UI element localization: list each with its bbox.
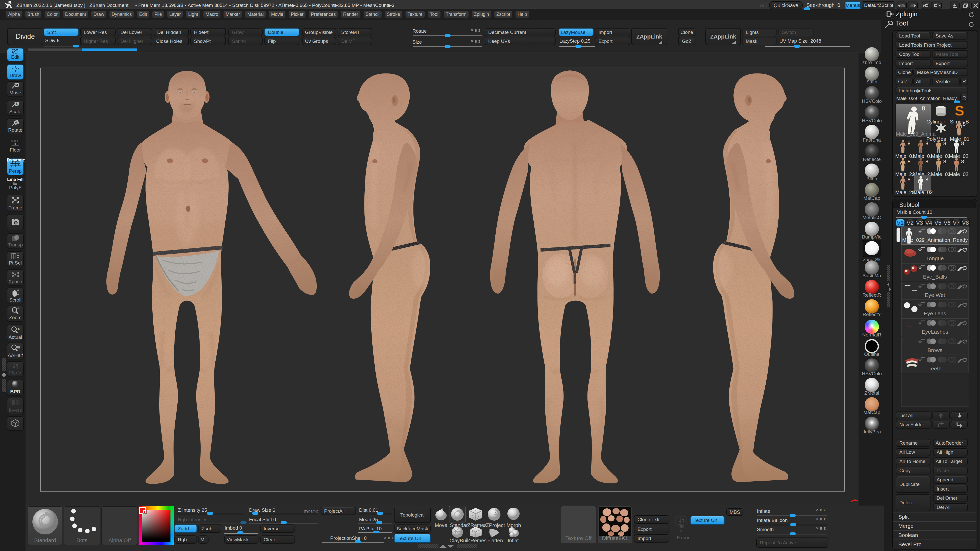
svg-text:S: S <box>955 103 964 119</box>
svg-text:S: S <box>16 102 18 106</box>
svg-text:M: M <box>15 83 18 87</box>
svg-text:x1: x1 <box>18 327 20 330</box>
